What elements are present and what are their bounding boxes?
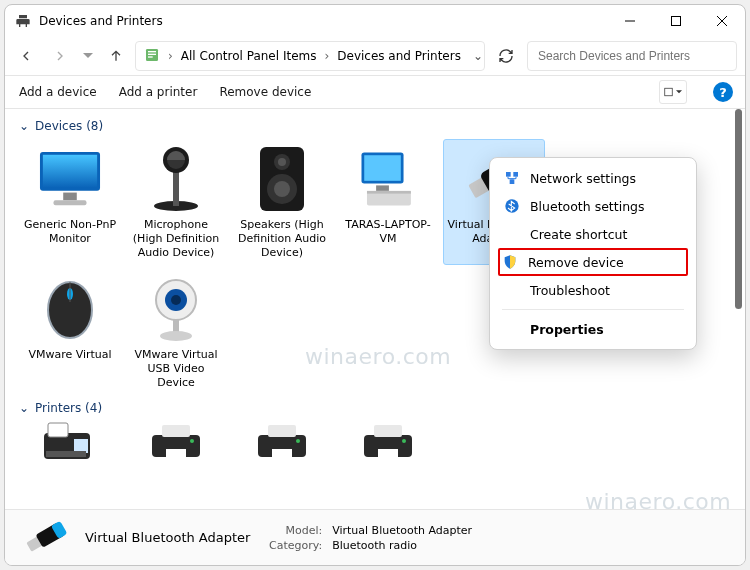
monitor-icon	[35, 144, 105, 214]
group-title: Devices (8)	[35, 119, 103, 133]
printer-icon	[146, 421, 206, 459]
group-header-printers[interactable]: ⌄ Printers (4)	[19, 401, 729, 415]
close-button[interactable]	[699, 5, 745, 37]
chevron-right-icon: ›	[322, 49, 331, 63]
chevron-down-icon[interactable]: ⌄	[467, 49, 485, 63]
group-title: Printers (4)	[35, 401, 102, 415]
view-options-button[interactable]	[659, 80, 687, 104]
back-button[interactable]	[11, 41, 41, 71]
mouse-icon	[35, 274, 105, 344]
svg-rect-5	[665, 88, 673, 96]
search-input[interactable]	[536, 48, 728, 64]
menu-item-bluetooth-settings[interactable]: Bluetooth settings	[490, 192, 696, 220]
details-title: Virtual Bluetooth Adapter	[85, 530, 255, 545]
device-label: Generic Non-PnP Monitor	[22, 218, 118, 246]
remove-device-button[interactable]: Remove device	[217, 81, 313, 103]
menu-item-troubleshoot[interactable]: Troubleshoot	[490, 276, 696, 304]
chevron-down-icon: ⌄	[19, 401, 29, 415]
svg-rect-56	[510, 179, 515, 184]
device-label: Speakers (High Definition Audio Device)	[234, 218, 330, 259]
breadcrumb-item[interactable]: Devices and Printers	[333, 46, 465, 66]
blank-icon	[504, 282, 520, 298]
refresh-button[interactable]	[489, 41, 523, 71]
details-field-label: Category:	[269, 539, 322, 552]
device-item-webcam[interactable]: VMware Virtual USB Video Device	[125, 269, 227, 395]
breadcrumb[interactable]: › All Control Panel Items › Devices and …	[135, 41, 485, 71]
device-label: Microphone (High Definition Audio Device…	[128, 218, 224, 259]
svg-rect-7	[43, 155, 97, 188]
svg-rect-4	[148, 56, 153, 57]
details-field-label: Model:	[269, 524, 322, 537]
menu-item-remove-device[interactable]: Remove device	[498, 248, 688, 276]
svg-rect-48	[272, 449, 292, 459]
svg-rect-20	[364, 155, 401, 181]
menu-item-label: Bluetooth settings	[530, 199, 645, 214]
blank-icon	[504, 321, 520, 337]
bluetooth-icon	[504, 198, 520, 214]
menu-item-network-settings[interactable]: Network settings	[490, 164, 696, 192]
svg-point-37	[160, 331, 192, 341]
menu-item-label: Properties	[530, 322, 604, 337]
blank-icon	[504, 226, 520, 242]
control-panel-icon	[144, 47, 160, 65]
svg-rect-23	[367, 191, 411, 194]
svg-rect-21	[376, 185, 389, 190]
up-button[interactable]	[101, 41, 131, 71]
svg-point-49	[296, 439, 300, 443]
svg-rect-54	[506, 172, 511, 177]
details-pane: Virtual Bluetooth Adapter Model: Virtual…	[5, 509, 745, 565]
breadcrumb-item[interactable]: All Control Panel Items	[177, 46, 321, 66]
list-item[interactable]	[19, 421, 121, 459]
printer-icon	[358, 421, 418, 459]
menu-item-create-shortcut[interactable]: Create shortcut	[490, 220, 696, 248]
help-button[interactable]: ?	[713, 82, 733, 102]
svg-point-35	[171, 295, 181, 305]
add-printer-button[interactable]: Add a printer	[117, 81, 200, 103]
svg-rect-51	[374, 425, 402, 437]
svg-point-16	[278, 158, 286, 166]
network-icon	[504, 170, 520, 186]
printer-icon	[15, 13, 31, 29]
search-field[interactable]	[527, 41, 737, 71]
menu-item-label: Troubleshoot	[530, 283, 610, 298]
vertical-scrollbar[interactable]	[731, 109, 745, 509]
device-item-mic[interactable]: Microphone (High Definition Audio Device…	[125, 139, 227, 265]
device-item-pc[interactable]: TARAS-LAPTOP-VM	[337, 139, 439, 265]
add-device-button[interactable]: Add a device	[17, 81, 99, 103]
svg-rect-41	[46, 451, 86, 457]
device-item-speakers[interactable]: Speakers (High Definition Audio Device)	[231, 139, 333, 265]
navbar: › All Control Panel Items › Devices and …	[5, 37, 745, 75]
webcam-icon	[141, 274, 211, 344]
command-bar: Add a device Add a printer Remove device…	[5, 75, 745, 109]
list-item[interactable]	[125, 421, 227, 459]
svg-rect-39	[48, 423, 68, 437]
svg-rect-36	[173, 320, 179, 332]
printer-icon	[252, 421, 312, 459]
menu-separator	[502, 309, 684, 310]
list-item[interactable]	[337, 421, 439, 459]
device-label: VMware Virtual USB Video Device	[128, 348, 224, 389]
forward-button[interactable]	[45, 41, 75, 71]
scrollbar-thumb[interactable]	[735, 109, 742, 309]
menu-item-label: Remove device	[528, 255, 624, 270]
maximize-button[interactable]	[653, 5, 699, 37]
menu-item-properties[interactable]: Properties	[490, 315, 696, 343]
printers-grid	[19, 421, 729, 459]
details-fields: Model: Virtual Bluetooth Adapter Categor…	[269, 524, 472, 552]
minimize-button[interactable]	[607, 5, 653, 37]
details-field-value: Virtual Bluetooth Adapter	[332, 524, 472, 537]
group-header-devices[interactable]: ⌄ Devices (8)	[19, 119, 729, 133]
menu-item-label: Create shortcut	[530, 227, 627, 242]
window-title: Devices and Printers	[39, 14, 607, 28]
device-item-vmmouse[interactable]: VMware Virtual	[19, 269, 121, 395]
svg-rect-3	[148, 54, 156, 55]
svg-rect-43	[162, 425, 190, 437]
pc-icon	[353, 144, 423, 214]
svg-rect-44	[166, 449, 186, 459]
speaker-icon	[247, 144, 317, 214]
device-item-monitor[interactable]: Generic Non-PnP Monitor	[19, 139, 121, 265]
list-item[interactable]	[231, 421, 333, 459]
bluetooth-dongle-icon	[19, 516, 71, 560]
shield-icon	[502, 254, 518, 270]
recent-locations-button[interactable]	[79, 41, 97, 71]
